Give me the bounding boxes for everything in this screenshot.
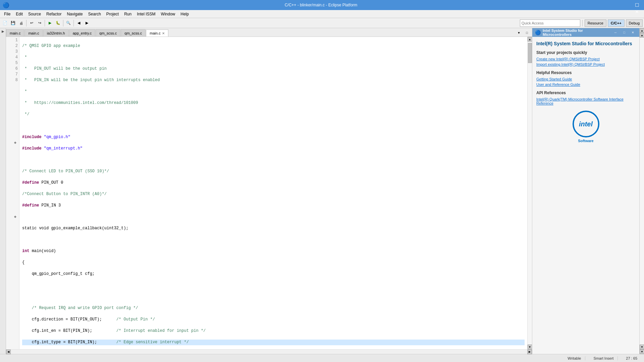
scroll-thumb[interactable] [528,43,532,63]
tab-0-label: main.c [10,31,20,35]
panel-help-section: Helpful Resources Getting Started Guide … [536,70,635,86]
debug-perspective-btn[interactable]: Debug [626,19,643,27]
print-button[interactable]: 🖨 [17,19,25,27]
run-button[interactable]: ▶ [46,19,54,27]
panel-user-guide-link[interactable]: User and Reference Guide [536,82,635,86]
tab-app-entry[interactable]: app_entry.c [69,29,96,37]
panel-import-link[interactable]: Import existing Intel(R) QMSI/BSP Projec… [536,62,635,66]
debug-button[interactable]: 🐛 [54,19,62,27]
panel-create-link[interactable]: Create new Intel(R) QMSI/BSP Project [536,57,635,61]
panel-scroll-arrows-bottom: ▼ ▼ [640,345,644,354]
panel-intel-icon: 🔵 [535,30,541,35]
tab-controls: ▼ □ [514,29,532,37]
menu-intel-issm[interactable]: Intel ISSM [134,10,158,18]
toolbar-sep-2 [45,20,45,26]
panel-quark-link[interactable]: Intel(R) Quark(TM) Microcontroller Softw… [536,97,635,105]
save-button[interactable]: 💾 [9,19,17,27]
intel-logo-text: intel [579,120,593,128]
right-panel: 🔵 Intel System Studio for Microcontrolle… [532,28,639,354]
tab-app-entry-label: app_entry.c [73,31,92,35]
menu-run[interactable]: Run [121,10,134,18]
tab-collapse-btn[interactable]: ▼ [515,29,523,37]
panel-scroll-up2[interactable]: ▲ [640,33,644,38]
intel-software-text: Software [536,139,635,143]
tab-ia32-label: ia32intrin.h [47,31,65,35]
scroll-down-arrow[interactable]: ▼ [528,345,532,349]
right-panel-scrollbar[interactable]: ▲ ▲ ▼ ▼ [639,28,644,354]
window-controls: ─ ☐ ✕ [633,0,641,15]
cpp-perspective-btn[interactable]: C/C++ [608,19,625,27]
menu-refactor[interactable]: Refactor [44,10,64,18]
menu-navigate[interactable]: Navigate [64,10,85,18]
window-title: C/C++ - blinker/main.c - Eclipse Platfor… [9,3,633,7]
cursor-position: 27 : 65 [622,356,641,360]
tab-qm-scss-1-label: qm_scss.c [124,31,142,35]
tab-main-active[interactable]: main.c ✕ [146,29,168,37]
tab-main-active-label: main.c [150,31,160,35]
quick-access-input[interactable] [520,19,580,27]
tab-1[interactable]: main.c [24,29,43,37]
panel-start-title: Start your projects quickly [536,50,635,55]
maximize-button[interactable]: ☐ [633,2,641,8]
undo-button[interactable]: ↩ [28,19,35,27]
panel-start-section: Start your projects quickly Create new I… [536,50,635,66]
next-button[interactable]: ▶ [83,19,91,27]
toolbar-sep-1 [26,20,26,26]
menu-file[interactable]: File [1,10,13,18]
toolbar-sep-3 [63,20,63,26]
status-bar: Writable Smart Insert 27 : 65 [0,354,644,362]
tab-bar: main.c main.c ia32intrin.h app_entry.c q… [6,28,532,37]
panel-controls: ─ □ ✕ [612,29,637,36]
vertical-scrollbar[interactable]: ▲ ▼ [527,37,532,349]
scroll-track[interactable] [528,42,532,345]
panel-scroll-down[interactable]: ▼ [640,345,644,349]
menu-help[interactable]: Help [178,10,192,18]
search-button[interactable]: 🔍 [65,19,72,27]
menu-window[interactable]: Window [158,10,178,18]
right-panel-header: 🔵 Intel System Studio for Microcontrolle… [532,28,639,37]
tab-0[interactable]: main.c [6,29,24,37]
close-button[interactable]: ✕ [633,8,641,15]
panel-scroll-track[interactable] [640,38,644,345]
scroll-left-arrow[interactable]: ◀ [6,350,11,354]
code-editor[interactable]: 1 2 3 4 5 6 7 8 ◆ [6,37,532,349]
code-content[interactable]: /* QMSI GPIO app example * * PIN_OUT wil… [19,37,527,349]
tab-ia32[interactable]: ia32intrin.h [43,29,69,37]
panel-api-section: API References Intel(R) Quark(TM) Microc… [536,90,635,105]
scroll-up-arrow[interactable]: ▲ [528,37,532,42]
horizontal-scrollbar[interactable]: ◀ ▶ [6,349,532,354]
quick-access-box: Resource C/C++ Debug [520,19,643,27]
panel-getting-started-link[interactable]: Getting Started Guide [536,77,635,81]
menu-source[interactable]: Source [25,10,44,18]
intel-logo: intel Software [536,111,635,143]
left-sidebar: ▶ [0,28,6,354]
menu-project[interactable]: Project [104,10,121,18]
redo-button[interactable]: ↪ [36,19,43,27]
tab-close-icon[interactable]: ✕ [162,32,165,35]
tab-qm-scss-0-label: qm_scss.c [99,31,117,35]
panel-header-title: Intel System Studio for Microcontrollers [543,28,612,37]
app-icon: 🔵 [3,2,9,8]
right-panel-content: Intel(R) System Studio for Microcontroll… [532,37,639,354]
sidebar-expand-icon[interactable]: ▶ [1,29,5,33]
tab-qm-scss-0[interactable]: qm_scss.c [96,29,120,37]
menu-edit[interactable]: Edit [13,10,25,18]
panel-minimize-btn[interactable]: ─ [612,29,619,36]
prev-button[interactable]: ◀ [75,19,83,27]
panel-close-btn[interactable]: ✕ [629,29,637,36]
panel-maximize-btn[interactable]: □ [621,29,628,36]
tab-qm-scss-1[interactable]: qm_scss.c [121,29,146,37]
tab-maximize-btn[interactable]: □ [523,29,531,37]
new-button[interactable]: 📄 [1,19,9,27]
menu-search[interactable]: Search [86,10,104,18]
resource-perspective-btn[interactable]: Resource [585,19,606,27]
editor-area: main.c main.c ia32intrin.h app_entry.c q… [6,28,532,354]
toolbar-sep-5 [582,20,583,26]
main-area: ▶ main.c main.c ia32intrin.h app_entry.c… [0,28,644,354]
line-numbers: 1 2 3 4 5 6 7 8 ◆ [6,37,19,349]
panel-scroll-up[interactable]: ▲ [640,28,644,33]
scroll-right-arrow[interactable]: ▶ [527,350,532,354]
toolbar-sep-4 [73,20,74,26]
panel-scroll-down2[interactable]: ▼ [640,349,644,354]
panel-main-title: Intel(R) System Studio for Microcontroll… [536,41,635,46]
